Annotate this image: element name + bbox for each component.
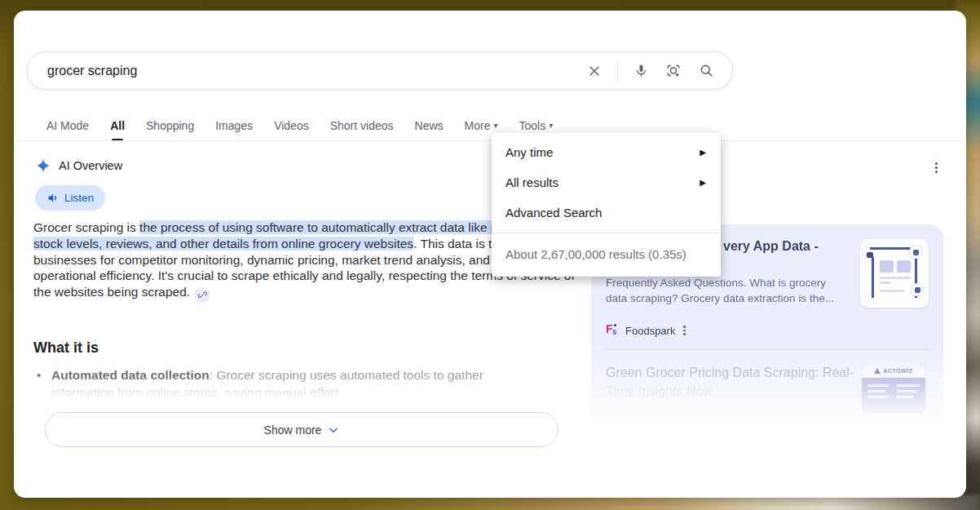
clear-icon[interactable] xyxy=(581,58,607,84)
ai-overview-label: AI Overview xyxy=(59,159,122,172)
result-thumbnail[interactable]: ACTOWIZ xyxy=(862,363,925,414)
search-input[interactable]: grocer scraping xyxy=(47,64,581,78)
source-name: Foodspark xyxy=(625,325,675,337)
search-bar-divider xyxy=(617,61,618,81)
tab-tools[interactable]: Tools▾ xyxy=(519,119,553,132)
chevron-down-icon: ▾ xyxy=(549,122,553,130)
speaker-icon xyxy=(46,192,59,204)
tab-short-videos[interactable]: Short videos xyxy=(330,119,394,132)
overflow-menu-icon[interactable] xyxy=(929,159,943,175)
tab-more[interactable]: More▾ xyxy=(465,119,498,132)
listen-label: Listen xyxy=(64,192,94,204)
submenu-arrow-icon: ▶ xyxy=(700,148,706,157)
result-title-line2: Time Insights Now xyxy=(606,382,859,401)
source-link-icon[interactable] xyxy=(194,287,210,304)
tab-images[interactable]: Images xyxy=(215,119,253,132)
lens-icon[interactable] xyxy=(660,58,686,84)
result-options-icon[interactable] xyxy=(683,326,686,335)
ai-sparkle-icon xyxy=(35,157,51,174)
result-title-line1: Green Grocer Pricing Data Scraping: Real… xyxy=(606,363,859,382)
bullet-bold-label: Automated data collection xyxy=(51,368,210,382)
search-results-page: grocer scraping xyxy=(14,11,966,498)
search-bar[interactable]: grocer scraping xyxy=(27,51,733,90)
menu-item-any-time[interactable]: Any time ▶ xyxy=(492,137,721,167)
actowiz-logo: ACTOWIZ xyxy=(862,363,925,378)
search-icon[interactable] xyxy=(693,58,719,84)
chevron-down-icon: ▾ xyxy=(493,122,497,130)
tools-dropdown-menu: Any time ▶ All results ▶ Advanced Search… xyxy=(492,133,721,277)
result-title[interactable]: Green Grocer Pricing Data Scraping: Real… xyxy=(606,363,859,401)
tabs-divider xyxy=(14,140,966,141)
listen-button[interactable]: Listen xyxy=(35,185,105,211)
ai-overview-header: AI Overview xyxy=(35,157,122,174)
list-item: Automated data collection: Grocer scrapi… xyxy=(33,366,539,401)
results-count: About 2,67,00,000 results (0.35s) xyxy=(492,233,721,274)
submenu-arrow-icon: ▶ xyxy=(700,178,706,187)
result-description: Frequently Asked Questions. What is groc… xyxy=(606,275,850,306)
result-type-tabs: AI Mode All Shopping Images Videos Short… xyxy=(46,115,553,136)
result-source[interactable]: F s Foodspark xyxy=(606,324,686,337)
menu-item-all-results[interactable]: All results ▶ xyxy=(492,167,721,197)
tab-shopping[interactable]: Shopping xyxy=(146,119,194,132)
menu-item-advanced-search[interactable]: Advanced Search xyxy=(492,197,721,228)
tab-news[interactable]: News xyxy=(415,119,444,132)
section-heading: What it is xyxy=(33,339,99,357)
paragraph-segment: Grocer scraping is xyxy=(33,220,139,234)
show-more-label: Show more xyxy=(264,424,322,437)
foodspark-favicon: F s xyxy=(606,324,619,337)
chevron-down-icon xyxy=(328,424,339,436)
mic-icon[interactable] xyxy=(628,58,654,84)
tab-ai-mode[interactable]: AI Mode xyxy=(46,119,89,132)
show-more-button[interactable]: Show more xyxy=(45,412,558,447)
tab-all[interactable]: All xyxy=(110,119,125,132)
tab-videos[interactable]: Videos xyxy=(274,119,309,132)
ai-overview-bullets: Automated data collection: Grocer scrapi… xyxy=(33,366,539,401)
search-bar-icons xyxy=(581,58,732,84)
results-divider xyxy=(606,349,929,350)
screenshot-root: grocer scraping xyxy=(0,0,980,510)
result-thumbnail[interactable] xyxy=(860,239,929,308)
